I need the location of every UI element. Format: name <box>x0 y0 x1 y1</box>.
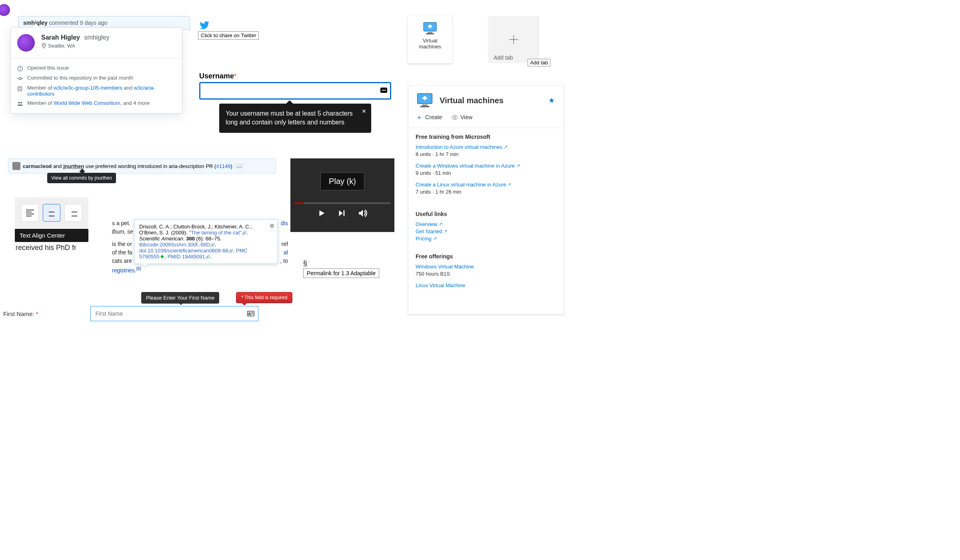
video-scrubber[interactable] <box>294 202 390 204</box>
external-icon: ↗ <box>508 182 511 187</box>
username-hint-tooltip: Your username must be at least 5 charact… <box>219 104 371 133</box>
username-label: Username* <box>199 73 236 80</box>
bibcode-label[interactable]: Bibcode: <box>139 242 160 248</box>
plus-icon: ＋ <box>416 112 423 122</box>
vm-icon <box>422 22 438 35</box>
azure-tiles-row: Virtual machines Add tab Add tab <box>408 16 539 63</box>
training-link[interactable]: Introduction to Azure virtual machines ↗ <box>416 144 508 150</box>
useful-link[interactable]: Get Started ↗ <box>416 228 447 234</box>
align-toolbar <box>15 198 88 228</box>
text-align-group: Text Align Center received his PhD fr <box>15 198 88 252</box>
section-heading: Free offerings <box>416 253 555 260</box>
svg-point-3 <box>20 69 21 70</box>
first-name-label: First Name: * <box>3 310 38 317</box>
issue-icon <box>17 66 23 72</box>
pmc-link[interactable]: 5790555 <box>139 254 160 260</box>
svg-rect-9 <box>20 88 21 88</box>
gear-icon[interactable]: ⚙ <box>270 223 274 229</box>
training-link[interactable]: Create a Windows virtual machine in Azur… <box>416 163 520 169</box>
azure-vm-tile[interactable]: Virtual machines <box>408 16 452 63</box>
password-reveal-icon[interactable]: ••• <box>380 88 387 93</box>
wiki-reference-area: s a pet.dis lbum, se is the orref of the… <box>112 219 288 275</box>
twitter-share: Click to share on Twitter <box>198 20 259 40</box>
training-link[interactable]: Create a Linux virtual machine in Azure … <box>416 182 511 188</box>
azure-details-panel: Virtual machines ★ ＋Create View Free tra… <box>408 86 564 314</box>
user-hovercard: Sarah Higley smhigley Seattle, WA Opened… <box>10 27 182 114</box>
permalink-tooltip: Permalink for 1.3 Adaptable <box>303 268 379 278</box>
align-center-button[interactable] <box>43 204 60 222</box>
offering-link[interactable]: Linux Virtual Machine <box>416 282 465 288</box>
avatar[interactable] <box>0 4 10 16</box>
pr-link[interactable]: #1149 <box>216 163 230 169</box>
svg-point-22 <box>454 116 456 118</box>
plus-icon <box>508 34 520 46</box>
footnote-link[interactable]: [6] <box>136 266 141 271</box>
commit-author[interactable]: jnurthen <box>63 163 84 169</box>
avatar[interactable] <box>17 34 35 52</box>
bibcode-link[interactable]: 2009SciAm.300f..68D <box>160 242 210 248</box>
github-comment-header: smhigley commented 9 days ago <box>18 4 190 30</box>
svg-rect-7 <box>18 87 22 91</box>
svg-point-12 <box>18 102 20 104</box>
external-icon: ↗ <box>433 236 437 241</box>
svg-rect-16 <box>426 33 434 34</box>
first-name-form: Please Enter Your First Name * This fiel… <box>3 292 319 321</box>
panel-title: Virtual machines <box>440 96 504 105</box>
useful-link[interactable]: Pricing ↗ <box>416 236 437 242</box>
org-icon <box>17 86 23 92</box>
external-icon: ↗ <box>516 163 520 168</box>
useful-link[interactable]: Overview ↗ <box>416 221 442 227</box>
twitter-tooltip: Click to share on Twitter <box>198 31 259 40</box>
commit-author[interactable]: carmacleod <box>23 163 52 169</box>
vm-icon <box>416 92 434 108</box>
first-name-input[interactable] <box>90 306 258 321</box>
svg-point-13 <box>20 102 22 104</box>
view-button[interactable]: View <box>452 114 472 120</box>
username-field-group: Username* ••• Your username must be at l… <box>199 72 391 133</box>
ellipsis-button[interactable]: … <box>235 163 244 169</box>
hover-fullname[interactable]: Sarah Higley <box>41 34 80 41</box>
avatar[interactable] <box>12 162 20 170</box>
pmc-label[interactable]: PMC <box>236 248 248 254</box>
pmid-link[interactable]: 19485091 <box>180 254 205 260</box>
section-icon[interactable]: § <box>303 259 379 268</box>
svg-rect-20 <box>422 104 428 106</box>
field-hint-tooltip: Please Enter Your First Name <box>141 292 219 304</box>
twitter-icon[interactable] <box>198 20 211 30</box>
svg-point-4 <box>19 78 22 80</box>
video-player[interactable]: Play (k) <box>290 158 394 232</box>
add-tab-tooltip: Add tab <box>528 59 550 66</box>
hover-opened: Opened this issue <box>27 65 69 71</box>
contact-card-icon[interactable] <box>247 311 254 316</box>
external-icon: ↗ <box>444 229 447 234</box>
doi-label[interactable]: doi: <box>139 248 148 254</box>
azure-add-tab-tile[interactable]: Add tab Add tab <box>488 16 539 63</box>
section-heading: Free training from Microsoft <box>416 134 555 140</box>
close-icon[interactable]: ✕ <box>362 108 366 116</box>
svg-rect-10 <box>19 89 20 90</box>
create-button[interactable]: ＋Create <box>416 112 442 122</box>
external-icon: ↗ <box>504 144 508 150</box>
doi-link[interactable]: 10.1038/scientificamerican0609-68 <box>148 248 228 254</box>
next-icon[interactable] <box>337 209 346 218</box>
pmid-label[interactable]: PMID <box>168 254 181 260</box>
reference-title-link[interactable]: "The taming of the cat" <box>189 230 242 236</box>
align-left-button[interactable] <box>21 204 39 222</box>
hover-member2: Member of World Wide Web Consortium, and… <box>27 100 150 106</box>
offering-link[interactable]: Windows Virtual Machine <box>416 264 474 270</box>
hover-member1: Member of w3c/w3c-group-105-members and … <box>27 85 176 97</box>
reference-popup: ⚙ Driscoll, C. A.; Clutton-Brock, J.; Ki… <box>134 219 278 264</box>
align-right-button[interactable] <box>64 204 82 222</box>
volume-icon[interactable] <box>357 208 368 218</box>
commit-hover-tooltip: View all commits by jnurthen <box>47 173 116 183</box>
svg-rect-15 <box>428 32 432 33</box>
comment-time: commented 9 days ago <box>49 20 108 26</box>
hover-location: Seattle, WA <box>41 43 110 49</box>
star-icon[interactable]: ★ <box>548 96 555 105</box>
username-input[interactable] <box>199 82 391 100</box>
play-button-tooltip: Play (k) <box>320 172 364 190</box>
play-icon[interactable] <box>317 209 326 218</box>
hover-username[interactable]: smhigley <box>84 34 109 41</box>
field-error-tooltip: * This field is required <box>236 292 292 303</box>
truncated-text: received his PhD fr <box>15 244 88 252</box>
